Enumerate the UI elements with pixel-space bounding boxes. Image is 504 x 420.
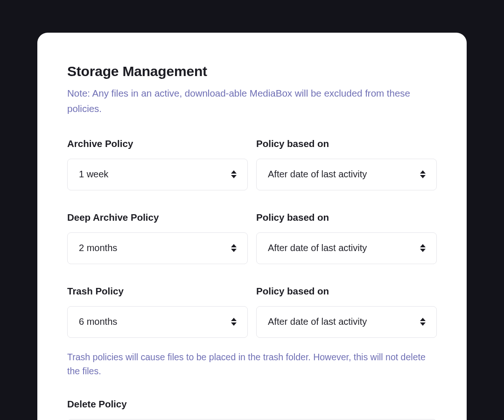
deep-archive-policy-field: Deep Archive Policy 2 months — [67, 212, 248, 264]
archive-policy-label: Archive Policy — [67, 138, 248, 149]
delete-policy-section: Delete Policy 1 year after trashed — [67, 399, 437, 420]
updown-caret-icon — [420, 243, 426, 253]
updown-caret-icon — [420, 169, 426, 180]
updown-caret-icon — [420, 317, 426, 327]
trash-policy-select[interactable]: 6 months — [67, 306, 248, 338]
archive-basis-select[interactable]: After date of last activity — [256, 159, 437, 190]
deep-archive-basis-field: Policy based on After date of last activ… — [256, 212, 437, 264]
deep-archive-basis-value: After date of last activity — [268, 243, 367, 253]
archive-policy-row: Archive Policy 1 week Policy based on Af… — [67, 138, 437, 190]
deep-archive-basis-select[interactable]: After date of last activity — [256, 232, 437, 264]
trash-basis-field: Policy based on After date of last activ… — [256, 286, 437, 338]
storage-management-card: Storage Management Note: Any files in an… — [37, 33, 467, 420]
trash-basis-select[interactable]: After date of last activity — [256, 306, 437, 338]
trash-policy-label: Trash Policy — [67, 286, 248, 297]
trash-policy-field: Trash Policy 6 months — [67, 286, 248, 338]
updown-caret-icon — [231, 317, 237, 327]
archive-basis-label: Policy based on — [256, 138, 437, 149]
archive-policy-field: Archive Policy 1 week — [67, 138, 248, 190]
deep-archive-policy-select[interactable]: 2 months — [67, 232, 248, 264]
trash-help-text: Trash policies will cause files to be pl… — [67, 350, 437, 378]
page-title: Storage Management — [67, 63, 437, 79]
archive-basis-value: After date of last activity — [268, 169, 367, 180]
updown-caret-icon — [231, 169, 237, 180]
trash-basis-label: Policy based on — [256, 286, 437, 297]
archive-policy-select[interactable]: 1 week — [67, 159, 248, 190]
archive-basis-field: Policy based on After date of last activ… — [256, 138, 437, 190]
trash-basis-value: After date of last activity — [268, 316, 367, 327]
deep-archive-policy-row: Deep Archive Policy 2 months Policy base… — [67, 212, 437, 264]
policy-note: Note: Any files in an active, download-a… — [67, 86, 437, 117]
trash-policy-value: 6 months — [79, 316, 117, 327]
delete-policy-label: Delete Policy — [67, 399, 437, 410]
deep-archive-basis-label: Policy based on — [256, 212, 437, 223]
archive-policy-value: 1 week — [79, 169, 108, 180]
trash-policy-row: Trash Policy 6 months Policy based on Af… — [67, 286, 437, 338]
updown-caret-icon — [231, 243, 237, 253]
deep-archive-policy-label: Deep Archive Policy — [67, 212, 248, 223]
deep-archive-policy-value: 2 months — [79, 243, 117, 253]
